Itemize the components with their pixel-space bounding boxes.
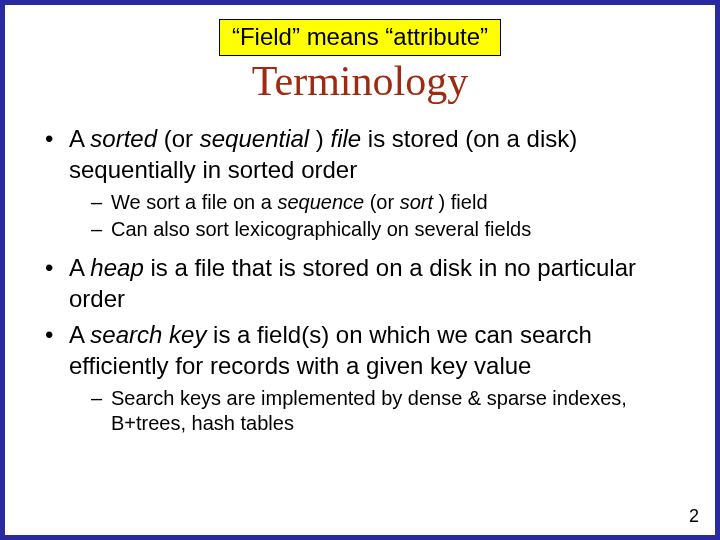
- text: Search keys are implemented by dense & s…: [111, 387, 627, 435]
- text: Can also sort lexicographically on sever…: [111, 218, 531, 240]
- text: (or: [157, 125, 200, 152]
- italic-term: sequential: [200, 125, 316, 152]
- italic-term: file: [331, 125, 362, 152]
- sub-list: We sort a file on a sequence (or sort ) …: [69, 190, 689, 243]
- text: ) field: [439, 191, 488, 213]
- callout-text: “Field” means “attribute”: [232, 23, 488, 50]
- slide-container: “Field” means “attribute” Terminology A …: [0, 0, 720, 540]
- italic-term: sort: [400, 191, 439, 213]
- italic-term: search key: [90, 321, 206, 348]
- sub-bullet: We sort a file on a sequence (or sort ) …: [91, 190, 689, 216]
- slide-title: Terminology: [31, 58, 689, 104]
- text: (or: [370, 191, 400, 213]
- page-number: 2: [689, 506, 699, 527]
- italic-term: heap: [90, 254, 143, 281]
- callout-box: “Field” means “attribute”: [219, 19, 501, 56]
- italic-term: sorted: [90, 125, 157, 152]
- text: is a file that is stored on a disk in no…: [69, 254, 636, 312]
- text: A: [69, 254, 90, 281]
- italic-term: sequence: [277, 191, 369, 213]
- bullet-list: A sorted (or sequential ) file is stored…: [31, 124, 689, 437]
- bullet-1: A sorted (or sequential ) file is stored…: [43, 124, 689, 243]
- text: A: [69, 321, 90, 348]
- bullet-2: A heap is a file that is stored on a dis…: [43, 253, 689, 314]
- text: A: [69, 125, 90, 152]
- text: ): [316, 125, 331, 152]
- sub-bullet: Search keys are implemented by dense & s…: [91, 386, 689, 437]
- bullet-3: A search key is a field(s) on which we c…: [43, 320, 689, 437]
- sub-bullet: Can also sort lexicographically on sever…: [91, 217, 689, 243]
- sub-list: Search keys are implemented by dense & s…: [69, 386, 689, 437]
- text: We sort a file on a: [111, 191, 277, 213]
